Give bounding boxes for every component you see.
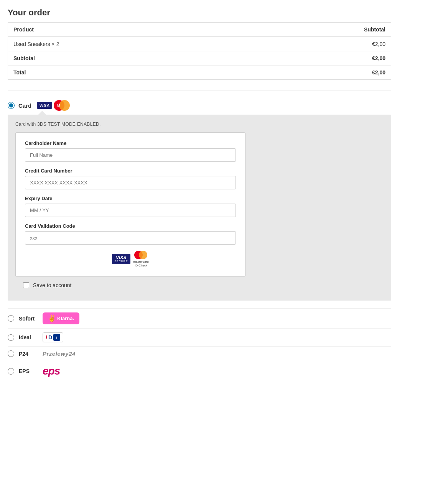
cardholder-name-label: Cardholder Name [25, 140, 236, 146]
mc-orange-circle-header [59, 100, 70, 111]
ideal-payment-row: Ideal i D i [8, 328, 391, 346]
security-logos: VISA SECURE mastercardID Check [25, 251, 236, 267]
sofort-label[interactable]: Sofort [19, 316, 38, 322]
ideal-label[interactable]: Ideal [19, 334, 38, 340]
save-account-checkbox[interactable] [23, 282, 29, 288]
credit-card-number-group: Credit Card Number [25, 168, 236, 189]
card-form-container: Card with 3DS TEST MODE ENABLED. Cardhol… [8, 115, 391, 301]
expiry-date-group: Expiry Date [25, 196, 236, 217]
cardholder-name-input[interactable] [25, 148, 236, 162]
eps-logo: eps [43, 365, 60, 377]
save-account-label[interactable]: Save to account [33, 282, 71, 288]
svg-text:i: i [56, 335, 58, 340]
subtotal-column-header: Subtotal [252, 23, 391, 37]
card-payment-wrapper: Card VISA M Card with 3DS TEST MODE ENAB… [8, 90, 391, 301]
klarna-peace-icon: ✌ [48, 315, 56, 322]
subtotal-value: €2,00 [252, 51, 391, 66]
eps-payment-row: EPS eps [8, 361, 391, 381]
cardholder-name-group: Cardholder Name [25, 140, 236, 162]
card-payment-option: Card VISA M [8, 95, 391, 115]
card-mode-notice: Card with 3DS TEST MODE ENABLED. [15, 122, 384, 127]
sofort-payment-row: Sofort ✌ Klarna. [8, 308, 391, 328]
p24-label[interactable]: P24 [19, 351, 38, 357]
total-row: Total €2,00 [8, 66, 391, 80]
ideal-i-text: i [46, 334, 47, 340]
save-account-row: Save to account [15, 277, 384, 294]
p24-radio-button[interactable] [8, 350, 14, 357]
visa-logo-header: VISA [37, 102, 52, 109]
mc-id-text: mastercardID Check [133, 260, 149, 267]
eps-radio-button[interactable] [8, 368, 14, 375]
eps-text: eps [43, 365, 60, 377]
card-radio-button[interactable] [8, 102, 15, 109]
card-logos: VISA M [37, 100, 71, 111]
p24-text: Przelewy24 [43, 350, 76, 357]
product-subtotal-cell: €2,00 [252, 37, 391, 51]
p24-payment-row: P24 Przelewy24 [8, 346, 391, 361]
card-label[interactable]: Card [18, 102, 31, 109]
klarna-logo: ✌ Klarna. [43, 312, 79, 324]
ideal-icon: i [53, 334, 60, 341]
ideal-logo: i D i [43, 332, 63, 342]
product-column-header: Product [8, 23, 252, 37]
page-title: Your order [8, 8, 391, 18]
total-value: €2,00 [252, 66, 391, 80]
card-form-box: Cardholder Name Credit Card Number Expir… [15, 132, 245, 277]
table-row: Used Sneakers × 2 €2,00 [8, 37, 391, 51]
ideal-radio-button[interactable] [8, 334, 14, 341]
eps-label[interactable]: EPS [19, 368, 38, 374]
payment-section: Card VISA M Card with 3DS TEST MODE ENAB… [8, 90, 391, 381]
expiry-date-label: Expiry Date [25, 196, 236, 201]
subtotal-label: Subtotal [8, 51, 252, 66]
credit-card-number-input[interactable] [25, 176, 236, 189]
cvv-group: Card Validation Code [25, 223, 236, 245]
total-label: Total [8, 66, 252, 80]
visa-secure-logo: VISA SECURE [112, 254, 130, 264]
cvv-label: Card Validation Code [25, 223, 236, 229]
cvv-input[interactable] [25, 231, 236, 245]
other-payment-options: Sofort ✌ Klarna. Ideal i D i P24 [8, 308, 391, 381]
mc-orange-circle [139, 251, 147, 259]
mastercard-idcheck-logo: mastercardID Check [133, 251, 149, 267]
sofort-radio-button[interactable] [8, 315, 14, 322]
expiry-date-input[interactable] [25, 204, 236, 217]
klarna-text: Klarna. [57, 316, 74, 321]
order-table: Product Subtotal Used Sneakers × 2 €2,00… [8, 22, 391, 80]
credit-card-number-label: Credit Card Number [25, 168, 236, 174]
ideal-d-text: D [48, 334, 52, 340]
mc-text-header: M [57, 104, 60, 107]
product-name-cell: Used Sneakers × 2 [8, 37, 252, 51]
p24-logo: Przelewy24 [43, 350, 76, 357]
subtotal-row: Subtotal €2,00 [8, 51, 391, 66]
